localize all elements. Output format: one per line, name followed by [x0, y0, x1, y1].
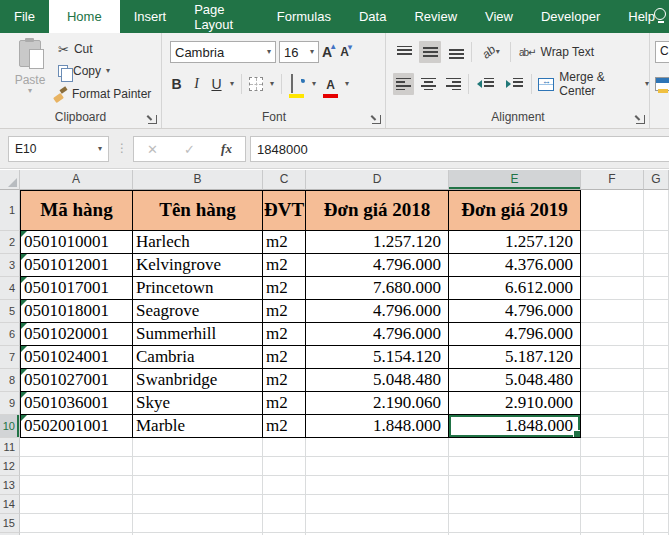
- cell-c14[interactable]: [263, 495, 306, 514]
- cell-b3[interactable]: Kelvingrove: [133, 254, 263, 277]
- cell-c8[interactable]: m2: [263, 369, 306, 392]
- copy-dropdown-arrow[interactable]: ▾: [106, 67, 110, 75]
- cell-g4[interactable]: [644, 277, 669, 300]
- align-middle-button[interactable]: [419, 41, 441, 63]
- decrease-indent-button[interactable]: [473, 73, 498, 95]
- tab-formulas[interactable]: Formulas: [263, 0, 345, 33]
- cell-e15[interactable]: [449, 514, 581, 533]
- cell-c12[interactable]: [263, 457, 306, 476]
- cell-d11[interactable]: [306, 438, 449, 457]
- cell-d8[interactable]: 5.048.480: [306, 369, 449, 392]
- cell-a9[interactable]: 0501036001: [20, 392, 133, 415]
- cell-a10[interactable]: 0502001001: [20, 415, 133, 438]
- cell-b11[interactable]: [133, 438, 263, 457]
- cell-g3[interactable]: [644, 254, 669, 277]
- cell-e1[interactable]: Đơn giá 2019: [449, 190, 581, 231]
- cell-g12[interactable]: [644, 457, 669, 476]
- cell-g1[interactable]: [644, 190, 669, 231]
- cell-g13[interactable]: [644, 476, 669, 495]
- cell-a2[interactable]: 0501010001: [20, 231, 133, 254]
- cell-a1[interactable]: Mã hàng: [20, 190, 133, 231]
- cell-g2[interactable]: [644, 231, 669, 254]
- cell-c9[interactable]: m2: [263, 392, 306, 415]
- column-header-b[interactable]: B: [133, 170, 263, 190]
- cell-b4[interactable]: Princetown: [133, 277, 263, 300]
- font-size-combo[interactable]: 16 ▾: [279, 41, 319, 63]
- cell-b2[interactable]: Harlech: [133, 231, 263, 254]
- cell-c2[interactable]: m2: [263, 231, 306, 254]
- cell-d3[interactable]: 4.796.000: [306, 254, 449, 277]
- fill-color-dropdown-arrow[interactable]: ▾: [312, 80, 316, 88]
- cell-f9[interactable]: [581, 392, 644, 415]
- alignment-dialog-launcher[interactable]: [636, 115, 645, 124]
- column-header-g[interactable]: G: [644, 170, 669, 190]
- row-header-5[interactable]: 5: [0, 300, 20, 323]
- tab-home[interactable]: Home: [49, 0, 120, 33]
- row-header-6[interactable]: 6: [0, 323, 20, 346]
- row-header-2[interactable]: 2: [0, 231, 20, 254]
- tab-developer[interactable]: Developer: [527, 0, 614, 33]
- cell-d4[interactable]: 7.680.000: [306, 277, 449, 300]
- cell-b5[interactable]: Seagrove: [133, 300, 263, 323]
- merge-center-dropdown-arrow[interactable]: ▾: [645, 80, 649, 88]
- name-box-dropdown-arrow[interactable]: ▾: [98, 145, 102, 153]
- increase-font-size-button[interactable]: A▲: [322, 44, 337, 60]
- cell-f2[interactable]: [581, 231, 644, 254]
- cell-c5[interactable]: m2: [263, 300, 306, 323]
- cell-a4[interactable]: 0501017001: [20, 277, 133, 300]
- borders-icon[interactable]: [249, 77, 263, 91]
- tab-file[interactable]: File: [0, 0, 49, 33]
- cell-e6[interactable]: 4.796.000: [449, 323, 581, 346]
- cell-c11[interactable]: [263, 438, 306, 457]
- clipboard-dialog-launcher[interactable]: [148, 115, 157, 124]
- cell-e4[interactable]: 6.612.000: [449, 277, 581, 300]
- align-right-button[interactable]: [443, 73, 464, 95]
- cell-c4[interactable]: m2: [263, 277, 306, 300]
- name-box[interactable]: E10 ▾: [8, 136, 109, 162]
- row-header-14[interactable]: 14: [0, 495, 20, 514]
- cell-f5[interactable]: [581, 300, 644, 323]
- bold-button[interactable]: B: [170, 76, 183, 92]
- cell-d10[interactable]: 1.848.000: [306, 415, 449, 438]
- cell-d1[interactable]: Đơn giá 2018: [306, 190, 449, 231]
- tab-view[interactable]: View: [471, 0, 527, 33]
- cell-e12[interactable]: [449, 457, 581, 476]
- decrease-font-size-button[interactable]: A▼: [340, 45, 354, 59]
- row-header-4[interactable]: 4: [0, 277, 20, 300]
- font-size-dropdown-arrow[interactable]: ▾: [310, 48, 314, 56]
- cell-e11[interactable]: [449, 438, 581, 457]
- cell-b14[interactable]: [133, 495, 263, 514]
- cell-a14[interactable]: [20, 495, 133, 514]
- cell-c10[interactable]: m2: [263, 415, 306, 438]
- cell-c13[interactable]: [263, 476, 306, 495]
- cell-f1[interactable]: [581, 190, 644, 231]
- merge-and-center-button[interactable]: Merge & Center ▾: [538, 70, 649, 98]
- orientation-button[interactable]: ab ▾: [476, 41, 506, 63]
- cell-c6[interactable]: m2: [263, 323, 306, 346]
- cell-f13[interactable]: [581, 476, 644, 495]
- cell-b15[interactable]: [133, 514, 263, 533]
- cell-d13[interactable]: [306, 476, 449, 495]
- cell-c1[interactable]: ĐVT: [263, 190, 306, 231]
- insert-function-icon[interactable]: fx: [221, 141, 232, 157]
- cell-a8[interactable]: 0501027001: [20, 369, 133, 392]
- cell-g10[interactable]: [644, 415, 669, 438]
- cell-e9[interactable]: 2.910.000: [449, 392, 581, 415]
- cell-b13[interactable]: [133, 476, 263, 495]
- cell-f15[interactable]: [581, 514, 644, 533]
- cell-f8[interactable]: [581, 369, 644, 392]
- font-name-dropdown-arrow[interactable]: ▾: [267, 48, 271, 56]
- cell-a7[interactable]: 0501024001: [20, 346, 133, 369]
- cell-d14[interactable]: [306, 495, 449, 514]
- row-header-11[interactable]: 11: [0, 438, 20, 457]
- cell-g9[interactable]: [644, 392, 669, 415]
- column-header-e-selected[interactable]: E: [449, 170, 581, 190]
- increase-indent-button[interactable]: [502, 73, 527, 95]
- cell-f11[interactable]: [581, 438, 644, 457]
- cell-d7[interactable]: 5.154.120: [306, 346, 449, 369]
- cell-a12[interactable]: [20, 457, 133, 476]
- cell-g7[interactable]: [644, 346, 669, 369]
- cell-d6[interactable]: 4.796.000: [306, 323, 449, 346]
- cell-f4[interactable]: [581, 277, 644, 300]
- select-all-corner[interactable]: [0, 170, 20, 190]
